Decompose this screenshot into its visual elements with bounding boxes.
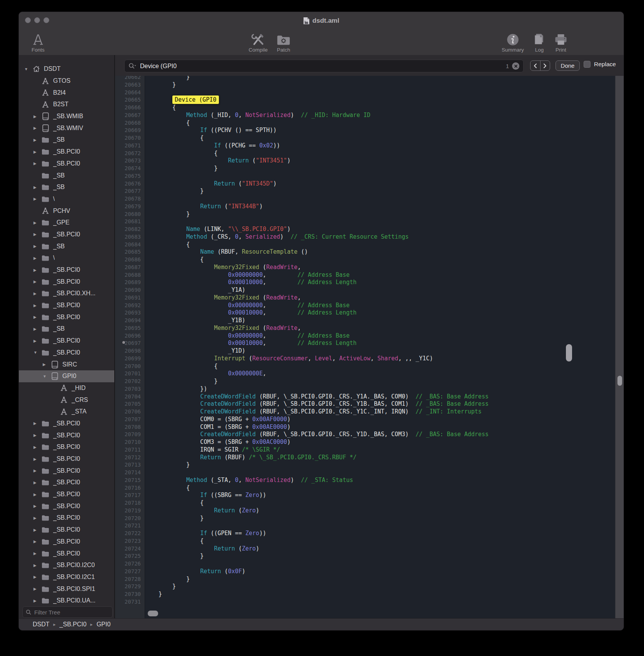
code-area[interactable]: } } Device (GPI0 { Method (_HID, 0, NotS… [145, 76, 624, 606]
sidebar-item-sb-pci0[interactable]: ▶_SB.PCI0 [19, 229, 114, 241]
breadcrumb-item-root[interactable]: DSDT [33, 621, 50, 628]
sidebar-item-sb-pci0[interactable]: ▶_SB.PCI0 [19, 146, 114, 158]
sidebar-item-b2i4[interactable]: B2I4 [19, 87, 114, 99]
sidebar-item-sb-pci0[interactable]: ▶_SB.PCI0 [19, 335, 114, 347]
disclosure-right-icon[interactable]: ▶ [33, 339, 41, 343]
disclosure-right-icon[interactable]: ▶ [33, 563, 41, 567]
disclosure-right-icon[interactable]: ▶ [33, 587, 41, 591]
breadcrumb-item-scope[interactable]: _SB.PCI0 [60, 621, 87, 628]
disclosure-right-icon[interactable]: ▶ [33, 575, 41, 579]
sidebar-item-sb-pci0[interactable]: ▶_SB.PCI0 [19, 276, 114, 288]
disclosure-right-icon[interactable]: ▶ [33, 551, 41, 556]
sidebar-item-[interactable]: ▶\ [19, 252, 114, 264]
sidebar-item-sb-pci0[interactable]: ▶_SB.PCI0 [19, 453, 114, 465]
patch-button[interactable]: Patch [266, 31, 301, 53]
sidebar-item-gpe[interactable]: ▶_GPE [19, 217, 114, 229]
disclosure-right-icon[interactable]: ▶ [33, 268, 41, 272]
sidebar-item-sb-pci0[interactable]: ▶_SB.PCI0 [19, 512, 114, 524]
sidebar-item-sb-wmib[interactable]: ▶_SB.WMIB [19, 110, 114, 122]
disclosure-right-icon[interactable]: ▶ [33, 221, 41, 225]
print-button[interactable]: Print [544, 31, 578, 53]
replace-checkbox[interactable] [584, 61, 591, 68]
sidebar-item-dsdt[interactable]: ▼DSDT [19, 63, 114, 75]
disclosure-down-icon[interactable]: ▼ [43, 374, 50, 378]
title-bar[interactable]: dsdt.aml [19, 12, 624, 30]
disclosure-right-icon[interactable]: ▶ [33, 599, 41, 603]
vertical-scrollbar-overlay-thumb[interactable] [566, 344, 572, 361]
disclosure-right-icon[interactable]: ▶ [33, 291, 41, 296]
sidebar-item-sb[interactable]: ▶_SB [19, 134, 114, 146]
search-icon[interactable] [128, 63, 137, 69]
disclosure-right-icon[interactable]: ▶ [33, 539, 41, 544]
sidebar-item-sb[interactable]: ▶_SB [19, 181, 114, 193]
disclosure-right-icon[interactable]: ▶ [33, 504, 41, 508]
disclosure-down-icon[interactable]: ▼ [24, 67, 32, 71]
sidebar-item-sb-pci0[interactable]: ▶_SB.PCI0 [19, 465, 114, 477]
sidebar-item-pchv[interactable]: PCHV [19, 205, 114, 217]
disclosure-right-icon[interactable]: ▶ [33, 185, 41, 189]
sidebar-item-sb-pci0[interactable]: ▶_SB.PCI0 [19, 300, 114, 311]
sidebar-item-[interactable]: ▶\ [19, 193, 114, 205]
disclosure-right-icon[interactable]: ▶ [33, 433, 41, 437]
sidebar-item-sb-pci0[interactable]: ▶_SB.PCI0 [19, 500, 114, 512]
sidebar-item-sb-pci0[interactable]: ▶_SB.PCI0 [19, 441, 114, 453]
sidebar-item-sb-pci0[interactable]: ▶_SB.PCI0 [19, 429, 114, 441]
disclosure-right-icon[interactable]: ▶ [33, 197, 41, 201]
sidebar-item-sta[interactable]: _STA [19, 406, 114, 418]
sidebar-item-sirc[interactable]: ▶SIRC [19, 358, 114, 370]
sidebar-item-sb-pci0-i2c0[interactable]: ▶_SB.PCI0.I2C0 [19, 559, 114, 571]
search-input[interactable]: Device (GPI0 [140, 63, 506, 70]
sidebar-item-sb-pci0[interactable]: ▶_SB.PCI0 [19, 418, 114, 430]
disclosure-right-icon[interactable]: ▶ [33, 150, 41, 154]
disclosure-right-icon[interactable]: ▶ [33, 327, 41, 331]
disclosure-right-icon[interactable]: ▶ [33, 492, 41, 497]
sidebar-item-sb-pci0[interactable]: ▶_SB.PCI0 [19, 547, 114, 559]
sidebar-item-gtos[interactable]: GTOS [19, 75, 114, 87]
sidebar-item-b2st[interactable]: B2ST [19, 99, 114, 110]
vertical-scrollbar-track[interactable] [615, 76, 624, 619]
fonts-button[interactable]: Fonts [21, 31, 55, 53]
sidebar-item-sb[interactable]: ▶_SB [19, 240, 114, 252]
disclosure-right-icon[interactable]: ▶ [33, 303, 41, 308]
disclosure-right-icon[interactable]: ▶ [33, 457, 41, 461]
disclosure-right-icon[interactable]: ▶ [33, 114, 41, 119]
disclosure-right-icon[interactable]: ▶ [33, 421, 41, 425]
sidebar-item-sb-pci0-i2c1[interactable]: ▶_SB.PCI0.I2C1 [19, 571, 114, 583]
clear-search-icon[interactable] [512, 62, 519, 70]
disclosure-right-icon[interactable]: ▶ [33, 445, 41, 449]
sidebar-item-sb-pci0[interactable]: ▶_SB.PCI0 [19, 477, 114, 489]
search-field[interactable]: Device (GPI0 1 [124, 60, 524, 72]
disclosure-right-icon[interactable]: ▶ [33, 315, 41, 319]
sidebar-item-sb-pci0[interactable]: ▶_SB.PCI0 [19, 536, 114, 548]
sidebar-item-crs[interactable]: _CRS [19, 394, 114, 406]
disclosure-right-icon[interactable]: ▶ [33, 138, 41, 142]
disclosure-right-icon[interactable]: ▶ [43, 362, 50, 366]
sidebar-item-sb-pci0-ua[interactable]: ▶_SB.PCI0.UA... [19, 595, 114, 606]
sidebar-item-sb-pci0[interactable]: ▶_SB.PCI0 [19, 264, 114, 276]
sidebar-item-sb[interactable]: ▶_SB [19, 323, 114, 335]
sidebar-item-sb-pci0[interactable]: ▶_SB.PCI0 [19, 311, 114, 323]
filter-tree-field[interactable]: Filter Tree [22, 606, 113, 618]
code-editor[interactable]: 2066220663206642066520666206672066820669… [115, 76, 624, 619]
disclosure-right-icon[interactable]: ▶ [33, 126, 41, 130]
vertical-scrollbar-thumb[interactable] [617, 376, 622, 386]
sidebar-item-gpi0[interactable]: ▼GPI0 [19, 370, 114, 382]
split-handle-icon[interactable] [122, 341, 125, 344]
horizontal-scrollbar-thumb[interactable] [148, 611, 158, 616]
disclosure-right-icon[interactable]: ▶ [33, 516, 41, 520]
sidebar-tree[interactable]: ▼DSDTGTOSB2I4B2ST▶_SB.WMIB▶_SB.WMIV▶_SB▶… [19, 55, 114, 606]
disclosure-right-icon[interactable]: ▶ [33, 256, 41, 260]
disclosure-right-icon[interactable]: ▶ [33, 232, 41, 236]
disclosure-down-icon[interactable]: ▼ [33, 350, 41, 355]
find-next-button[interactable] [540, 61, 550, 70]
sidebar-item-hid[interactable]: _HID [19, 382, 114, 394]
sidebar-item-sb-pci0-spi1[interactable]: ▶_SB.PCI0.SPI1 [19, 583, 114, 595]
sidebar-item-sb-pci0-xh[interactable]: ▶_SB.PCI0.XH... [19, 288, 114, 300]
disclosure-right-icon[interactable]: ▶ [33, 480, 41, 485]
disclosure-right-icon[interactable]: ▶ [33, 528, 41, 532]
sidebar-item-sb[interactable]: _SB [19, 169, 114, 181]
done-button[interactable]: Done [556, 60, 580, 71]
sidebar-item-sb-pci0[interactable]: ▶_SB.PCI0 [19, 489, 114, 500]
disclosure-right-icon[interactable]: ▶ [33, 279, 41, 284]
sidebar-item-sb-pci0[interactable]: ▶_SB.PCI0 [19, 158, 114, 170]
